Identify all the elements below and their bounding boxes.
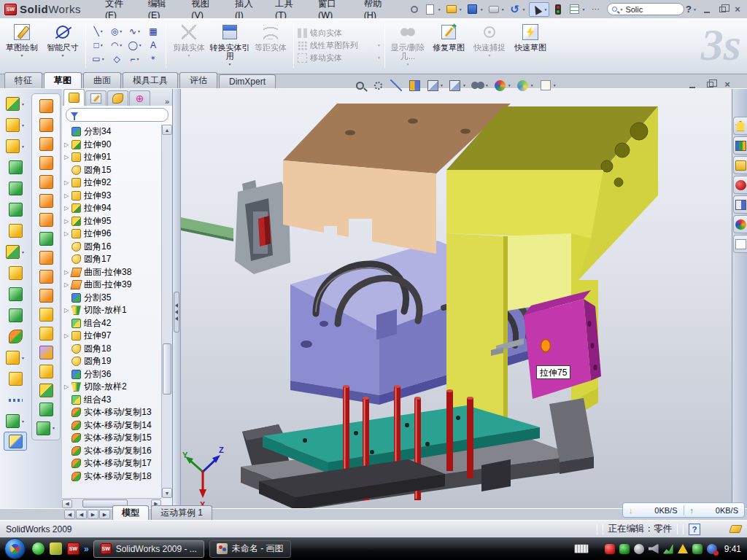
feature-tree-item[interactable]: 切除-放样2	[62, 381, 161, 394]
linear-pattern-button[interactable]	[1, 241, 29, 262]
taskpane-tab-appearances[interactable]	[733, 215, 747, 233]
text-tool-button[interactable]: A	[144, 39, 162, 52]
display-style-button[interactable]	[449, 79, 466, 92]
feature-tree-item[interactable]: 分割36	[62, 368, 161, 381]
knit-surface-button[interactable]	[32, 172, 60, 191]
surface-spline-button[interactable]	[32, 419, 60, 438]
feature-tree-item[interactable]: 圆角19	[62, 355, 161, 368]
filled-surface-button[interactable]	[32, 210, 60, 229]
minimize-button[interactable]	[700, 4, 713, 15]
convert-entities-button[interactable]: 转换实体引用	[209, 20, 250, 71]
sheet-nav-first-button[interactable]: ◀	[64, 510, 75, 519]
configurationmanager-tab[interactable]	[107, 90, 128, 106]
scroll-down-icon[interactable]: ▼	[162, 488, 172, 498]
draft-button[interactable]	[1, 199, 29, 220]
feature-tree-item[interactable]: 组合42	[62, 317, 161, 330]
quick-launch-chevron[interactable]: »	[84, 544, 89, 554]
tray-network[interactable]	[663, 544, 673, 554]
taskbar-task-paint[interactable]: 未命名 - 画图	[209, 540, 291, 558]
splitter-handle[interactable]	[174, 292, 179, 332]
move-entities-button[interactable]: 移动实体	[298, 52, 381, 63]
cut-extrude-button[interactable]	[1, 114, 29, 136]
tray-antivirus[interactable]	[619, 544, 630, 554]
mirror-entities-button[interactable]: 镜向实体	[298, 28, 381, 39]
scene-button[interactable]	[516, 79, 534, 92]
feature-tree-item[interactable]: 拉伸91	[62, 151, 161, 164]
view-orientation-button[interactable]	[426, 79, 444, 92]
quick-launch-solidworks[interactable]: SW	[67, 542, 80, 555]
delete-face-button[interactable]	[32, 286, 60, 305]
expander-icon[interactable]	[64, 205, 71, 211]
linear-sketch-pattern-button[interactable]: 线性草图阵列	[298, 40, 381, 51]
boundary-surface-button[interactable]	[32, 153, 60, 172]
ellipse-tool-button[interactable]: ◯	[126, 39, 144, 52]
replace-face-button[interactable]	[32, 305, 60, 324]
section-view-button[interactable]	[408, 79, 421, 92]
fillet-button[interactable]	[1, 136, 29, 157]
doc-restore-button[interactable]	[703, 79, 716, 90]
revolved-surface-button[interactable]	[32, 115, 60, 134]
pin-button[interactable]	[407, 3, 422, 16]
help-button[interactable]: ?	[684, 3, 698, 15]
sheet-nav-last-button[interactable]: ▶	[99, 510, 110, 519]
combine-button[interactable]	[1, 305, 29, 326]
repair-sketch-button[interactable]: 修复草图	[428, 20, 469, 71]
appearances-button[interactable]	[494, 79, 511, 92]
rectangle-tool-button[interactable]: □	[90, 39, 107, 52]
model-part-green-rod[interactable]	[181, 217, 233, 241]
tab-model[interactable]: 模型	[112, 505, 149, 520]
sheet-nav-prev-button[interactable]: ◀	[76, 510, 87, 519]
tag-icon[interactable]	[729, 525, 743, 533]
tab-surfaces[interactable]: 曲面	[83, 72, 121, 88]
feature-tree-item[interactable]: 拉伸94	[62, 202, 161, 215]
search-box[interactable]: ▼ Solic	[607, 3, 684, 15]
options-button[interactable]	[567, 3, 587, 16]
expander-icon[interactable]	[64, 307, 71, 314]
taskbar-task-solidworks[interactable]: SW SolidWorks 2009 - ...	[93, 540, 204, 558]
dome-button[interactable]	[32, 381, 60, 400]
swept-surface-button[interactable]	[32, 96, 60, 115]
tab-sketch[interactable]: 草图	[44, 72, 82, 88]
feature-tree-item[interactable]: 拉伸93	[62, 190, 161, 203]
rapid-sketch-button[interactable]: 快速草图	[510, 20, 551, 71]
spline-button[interactable]	[1, 411, 29, 432]
split-button[interactable]	[1, 284, 29, 305]
shell-button[interactable]	[1, 220, 29, 241]
hide-show-items-button[interactable]	[471, 79, 489, 92]
doc-minimize-button[interactable]	[686, 79, 699, 90]
status-help-button[interactable]: ?	[689, 524, 700, 535]
start-button[interactable]	[4, 538, 26, 559]
trim-entities-button[interactable]: 剪裁实体	[169, 20, 209, 71]
model-canvas[interactable]: Y Z X	[181, 89, 732, 508]
instant3d-button[interactable]	[4, 432, 27, 451]
tree-filter-input[interactable]	[66, 108, 169, 122]
scroll-left-icon[interactable]: ◀	[62, 499, 72, 508]
quick-launch-app[interactable]	[50, 542, 62, 555]
dimxpertmanager-tab[interactable]: ⊕	[129, 90, 150, 106]
expander-icon[interactable]	[64, 230, 71, 237]
tab-mold-tools[interactable]: 模具工具	[123, 72, 178, 88]
point-tool-button[interactable]: ＊	[144, 52, 162, 66]
tray-security-alert[interactable]	[605, 544, 615, 554]
panel-overflow-chevron[interactable]: »	[165, 97, 169, 106]
tray-protection[interactable]	[692, 544, 703, 554]
feature-tree-item[interactable]: 实体-移动/复制18	[62, 470, 161, 483]
tree-vertical-scrollbar[interactable]: ▲ ▼	[161, 125, 172, 498]
taskpane-tab-resources[interactable]	[733, 117, 747, 135]
spline-tool-button[interactable]: ∿	[126, 25, 144, 38]
circle-tool-button[interactable]: ◎	[108, 25, 125, 38]
feature-tree-item[interactable]: 组合43	[62, 394, 161, 407]
select-button[interactable]	[529, 2, 550, 17]
tray-language-keyboard[interactable]	[574, 544, 589, 553]
featuremanager-tab[interactable]	[63, 89, 85, 106]
taskpane-tab-custom-properties[interactable]	[733, 235, 747, 253]
feature-tree-item[interactable]: 分割35	[62, 292, 161, 305]
scroll-thumb[interactable]	[163, 343, 171, 394]
print-button[interactable]	[487, 3, 506, 16]
expander-icon[interactable]	[64, 218, 71, 225]
untrim-surface-button[interactable]	[32, 324, 60, 343]
save-button[interactable]	[465, 3, 485, 16]
expander-icon[interactable]	[64, 332, 71, 339]
line-tool-button[interactable]: ╲	[90, 25, 107, 38]
freeform-button[interactable]	[32, 229, 60, 248]
